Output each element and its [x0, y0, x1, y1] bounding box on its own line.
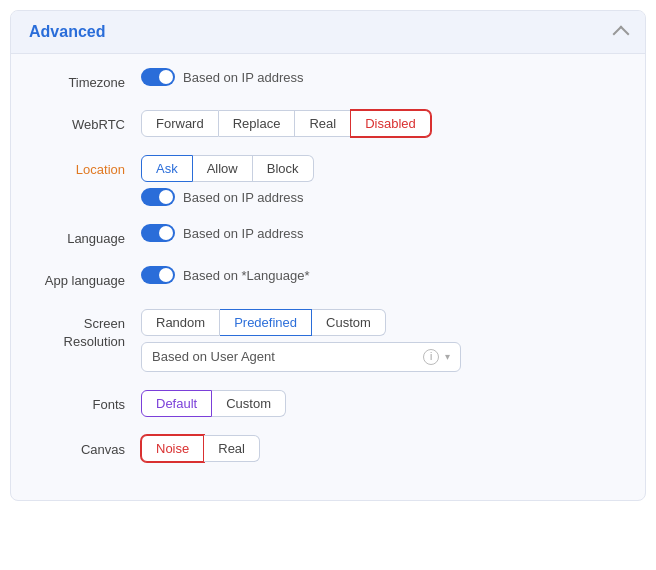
canvas-content: Noise Real: [141, 435, 625, 462]
location-block-btn[interactable]: Block: [253, 155, 314, 182]
fonts-content: Default Custom: [141, 390, 625, 417]
webrtc-content: Forward Replace Real Disabled: [141, 110, 625, 137]
timezone-toggle[interactable]: [141, 68, 175, 86]
fonts-label: Fonts: [31, 390, 141, 414]
fonts-custom-btn[interactable]: Custom: [212, 390, 286, 417]
panel-body: Timezone Based on IP address WebRTC Forw…: [11, 54, 645, 500]
location-row: Location Ask Allow Block Based on IP add…: [31, 155, 625, 206]
location-allow-btn[interactable]: Allow: [193, 155, 253, 182]
resolution-dropdown[interactable]: Based on User Agent i ▾: [141, 342, 461, 372]
app-language-toggle-label: Based on *Language*: [183, 268, 310, 283]
webrtc-forward-btn[interactable]: Forward: [141, 110, 219, 137]
app-language-content: Based on *Language*: [141, 266, 625, 284]
fonts-default-btn[interactable]: Default: [141, 390, 212, 417]
canvas-real-btn[interactable]: Real: [204, 435, 260, 462]
location-toggle-row: Based on IP address: [141, 188, 625, 206]
location-toggle[interactable]: [141, 188, 175, 206]
language-toggle-label: Based on IP address: [183, 226, 303, 241]
webrtc-disabled-btn[interactable]: Disabled: [351, 110, 431, 137]
panel-header: Advanced: [11, 11, 645, 54]
location-btn-group: Ask Allow Block: [141, 155, 625, 182]
language-toggle[interactable]: [141, 224, 175, 242]
language-content: Based on IP address: [141, 224, 625, 242]
resolution-random-btn[interactable]: Random: [141, 309, 220, 336]
timezone-toggle-label: Based on IP address: [183, 70, 303, 85]
language-label: Language: [31, 224, 141, 248]
timezone-label: Timezone: [31, 68, 141, 92]
panel-title: Advanced: [29, 23, 105, 41]
resolution-predefined-btn[interactable]: Predefined: [220, 309, 312, 336]
webrtc-replace-btn[interactable]: Replace: [219, 110, 296, 137]
fonts-btn-group: Default Custom: [141, 390, 625, 417]
fonts-row: Fonts Default Custom: [31, 390, 625, 417]
canvas-btn-group: Noise Real: [141, 435, 625, 462]
timezone-row: Timezone Based on IP address: [31, 68, 625, 92]
canvas-noise-btn[interactable]: Noise: [141, 435, 204, 462]
language-row: Language Based on IP address: [31, 224, 625, 248]
info-icon: i: [423, 349, 439, 365]
dropdown-icons: i ▾: [423, 349, 450, 365]
location-label: Location: [31, 155, 141, 179]
screen-resolution-content: Random Predefined Custom Based on User A…: [141, 309, 625, 372]
canvas-row: Canvas Noise Real: [31, 435, 625, 462]
language-toggle-row: Based on IP address: [141, 224, 625, 242]
webrtc-label: WebRTC: [31, 110, 141, 134]
location-ask-btn[interactable]: Ask: [141, 155, 193, 182]
screen-resolution-row: ScreenResolution Random Predefined Custo…: [31, 309, 625, 372]
app-language-toggle-row: Based on *Language*: [141, 266, 625, 284]
screen-resolution-label: ScreenResolution: [31, 309, 141, 351]
webrtc-real-btn[interactable]: Real: [295, 110, 351, 137]
resolution-dropdown-value: Based on User Agent: [152, 349, 275, 364]
location-content: Ask Allow Block Based on IP address: [141, 155, 625, 206]
timezone-content: Based on IP address: [141, 68, 625, 86]
timezone-toggle-row: Based on IP address: [141, 68, 625, 86]
webrtc-row: WebRTC Forward Replace Real Disabled: [31, 110, 625, 137]
resolution-btn-group: Random Predefined Custom: [141, 309, 625, 336]
app-language-toggle[interactable]: [141, 266, 175, 284]
collapse-icon[interactable]: [613, 26, 630, 43]
canvas-label: Canvas: [31, 435, 141, 459]
webrtc-btn-group: Forward Replace Real Disabled: [141, 110, 625, 137]
chevron-down-icon: ▾: [445, 351, 450, 362]
location-toggle-label: Based on IP address: [183, 190, 303, 205]
app-language-row: App language Based on *Language*: [31, 266, 625, 290]
advanced-panel: Advanced Timezone Based on IP address We…: [10, 10, 646, 501]
resolution-custom-btn[interactable]: Custom: [312, 309, 386, 336]
app-language-label: App language: [31, 266, 141, 290]
